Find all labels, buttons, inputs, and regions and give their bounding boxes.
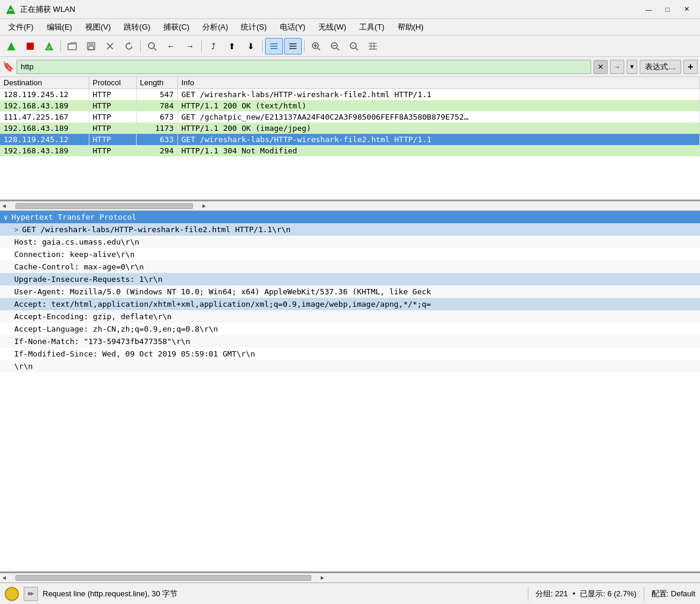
toolbar: ↺ ← [0, 36, 700, 57]
stop-capture-button[interactable] [21, 38, 39, 54]
start-capture-button[interactable] [2, 38, 20, 54]
go-back-button[interactable]: ← [162, 38, 180, 54]
filter-apply-button[interactable]: → [610, 60, 624, 74]
filter-input[interactable] [17, 60, 591, 74]
cell-length: 633 [136, 134, 178, 145]
close-capture-button[interactable] [101, 38, 119, 54]
scroll-left-arrow[interactable]: ◄ [1, 203, 7, 209]
packet-list[interactable]: Destination Protocol Length Info 128.119… [0, 77, 700, 201]
minimize-button[interactable]: — [640, 3, 657, 16]
coloring-rule-1-button[interactable] [265, 38, 283, 54]
status-bar: ✏ Request line (http.request.line), 30 字… [0, 583, 700, 604]
table-row[interactable]: 128.119.245.12 HTTP 547 GET /wireshark-l… [0, 89, 700, 101]
find-packet-button[interactable] [143, 38, 161, 54]
protocol-field-row[interactable]: Connection: keep-alive\r\n [0, 248, 700, 261]
cell-destination: 128.119.245.12 [0, 89, 89, 101]
main-content: Destination Protocol Length Info 128.119… [0, 77, 700, 583]
packet-list-scrollbar[interactable]: ◄ ► [0, 201, 700, 211]
svg-rect-6 [68, 44, 76, 50]
menu-file[interactable]: 文件(F) [2, 20, 40, 34]
protocol-expand-icon: ∨ [4, 213, 8, 221]
table-row[interactable]: 111.47.225.167 HTTP 673 GET /gchatpic_ne… [0, 111, 700, 123]
scroll-right-arrow[interactable]: ► [201, 203, 207, 209]
protocol-field-text: If-None-Match: "173-59473fb477358"\r\n [14, 337, 190, 346]
table-row[interactable]: 128.119.245.12 HTTP 633 GET /wireshark-l… [0, 134, 700, 145]
window-controls: — □ ✕ [640, 3, 695, 16]
svg-rect-9 [89, 46, 93, 50]
protocol-field-row[interactable]: \r\n [0, 360, 700, 372]
filter-dropdown-button[interactable]: ▼ [627, 60, 637, 74]
protocol-field-text: \r\n [14, 362, 33, 371]
scroll-right-arrow-bottom[interactable]: ► [320, 574, 325, 581]
protocol-field-row[interactable]: Accept: text/html,application/xhtml+xml,… [0, 298, 700, 310]
menu-stats[interactable]: 统计(S) [235, 20, 272, 34]
protocol-field-row[interactable]: Accept-Encoding: gzip, deflate\r\n [0, 310, 700, 323]
goto-top-button[interactable]: ⬆ [223, 38, 241, 54]
protocol-field-row[interactable]: Cache-Control: max-age=0\r\n [0, 261, 700, 273]
menu-tools[interactable]: 工具(T) [353, 20, 391, 34]
filter-expression-button[interactable]: 表达式… [640, 60, 681, 74]
menu-goto[interactable]: 跳转(G) [118, 20, 156, 34]
cell-info: GET /wireshark-labs/HTTP-wireshark-file2… [178, 89, 700, 101]
table-row[interactable]: 192.168.43.189 HTTP 294 HTTP/1.1 304 Not… [0, 145, 700, 156]
zoom-normal-button[interactable]: = [345, 38, 363, 54]
reload-button[interactable] [120, 38, 138, 54]
menu-edit[interactable]: 编辑(E) [41, 20, 78, 34]
protocol-pane-scrollbar[interactable]: ◄ ► [0, 573, 700, 583]
protocol-field-text: Upgrade-Insecure-Requests: 1\r\n [14, 275, 162, 284]
goto-bottom-button[interactable]: ⬇ [242, 38, 260, 54]
status-edit-button[interactable]: ✏ [24, 587, 38, 601]
protocol-field-row[interactable]: Accept-Language: zh-CN,zh;q=0.9,en;q=0.8… [0, 323, 700, 335]
scroll-thumb[interactable] [15, 203, 193, 209]
cell-protocol: HTTP [89, 89, 136, 101]
cell-destination: 192.168.43.189 [0, 145, 89, 156]
filter-bookmark-icon[interactable]: 🔖 [2, 61, 14, 72]
protocol-header-row[interactable]: ∨ Hypertext Transfer Protocol [0, 211, 700, 223]
cell-info: GET /gchatpic_new/E213137AA24F40C2A3F985… [178, 111, 700, 123]
menu-analyze[interactable]: 分析(A) [196, 20, 234, 34]
resize-columns-button[interactable] [364, 38, 382, 54]
sep2 [140, 40, 141, 53]
menu-wireless[interactable]: 无线(W) [312, 20, 352, 34]
protocol-detail-pane[interactable]: ∨ Hypertext Transfer Protocol >GET /wire… [0, 211, 700, 573]
open-file-button[interactable] [63, 38, 81, 54]
menu-capture[interactable]: 捕获(C) [157, 20, 195, 34]
filter-clear-button[interactable]: ✕ [593, 60, 608, 74]
zoom-out-button[interactable] [326, 38, 344, 54]
protocol-field-text: Host: gaia.cs.umass.edu\r\n [14, 237, 139, 246]
protocol-field-row[interactable]: If-Modified-Since: Wed, 09 Oct 2019 05:5… [0, 348, 700, 360]
sep3 [201, 40, 202, 53]
cell-info: HTTP/1.1 304 Not Modified [178, 145, 700, 156]
cell-protocol: HTTP [89, 145, 136, 156]
restart-capture-button[interactable]: ↺ [40, 38, 58, 54]
cell-protocol: HTTP [89, 123, 136, 134]
protocol-field-row[interactable]: Upgrade-Insecure-Requests: 1\r\n [0, 273, 700, 285]
menu-phone[interactable]: 电话(Y) [274, 20, 311, 34]
filter-add-button[interactable]: + [683, 60, 698, 74]
protocol-field-row[interactable]: If-None-Match: "173-59473fb477358"\r\n [0, 335, 700, 348]
svg-text:=: = [351, 44, 354, 48]
coloring-rule-2-button[interactable] [284, 38, 302, 54]
protocol-field-row[interactable]: User-Agent: Mozilla/5.0 (Windows NT 10.0… [0, 285, 700, 298]
svg-text:↺: ↺ [47, 46, 51, 51]
table-row[interactable]: 192.168.43.189 HTTP 1173 HTTP/1.1 200 OK… [0, 123, 700, 134]
title-bar: 正在捕获 WLAN — □ ✕ [0, 0, 700, 19]
filter-bar: 🔖 ✕ → ▼ 表达式… + [0, 57, 700, 77]
menu-view[interactable]: 视图(V) [79, 20, 117, 34]
scroll-left-arrow-bottom[interactable]: ◄ [1, 574, 7, 581]
protocol-field-row[interactable]: >GET /wireshark-labs/HTTP-wireshark-file… [0, 223, 700, 236]
cell-destination: 111.47.225.167 [0, 111, 89, 123]
menu-help[interactable]: 帮助(H) [392, 20, 430, 34]
maximize-button[interactable]: □ [659, 3, 676, 16]
goto-first-button[interactable]: ⤴ [204, 38, 222, 54]
go-forward-button[interactable]: → [181, 38, 199, 54]
zoom-in-button[interactable] [307, 38, 325, 54]
scroll-thumb-bottom[interactable] [15, 575, 311, 581]
table-row[interactable]: 192.168.43.189 HTTP 784 HTTP/1.1 200 OK … [0, 100, 700, 111]
svg-line-22 [318, 48, 320, 50]
protocol-field-text: Cache-Control: max-age=0\r\n [14, 262, 144, 271]
protocol-field-row[interactable]: Host: gaia.cs.umass.edu\r\n [0, 236, 700, 248]
col-header-destination: Destination [0, 77, 89, 89]
close-button[interactable]: ✕ [678, 3, 695, 16]
save-file-button[interactable] [82, 38, 100, 54]
